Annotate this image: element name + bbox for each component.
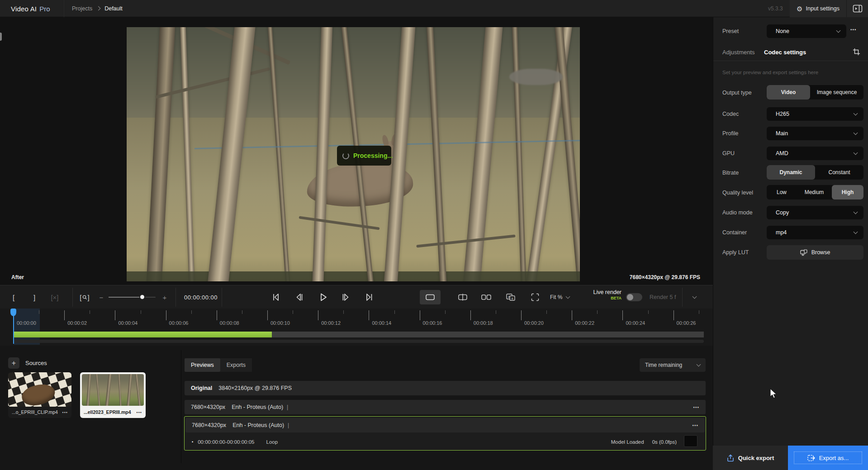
preview-mini-frame[interactable] xyxy=(684,435,697,447)
timeline-tick-label: 00:00:22 xyxy=(575,320,594,326)
playhead[interactable] xyxy=(10,309,16,316)
timeline[interactable]: 00:00:0000:00:0200:00:0400:00:0600:00:08… xyxy=(0,309,713,346)
skip-to-end-button[interactable] xyxy=(364,292,375,303)
bitrate-dynamic[interactable]: Dynamic xyxy=(767,165,815,180)
input-settings-button[interactable]: ⚙ Input settings xyxy=(790,0,846,17)
fullscreen-button[interactable] xyxy=(525,290,545,304)
container-dropdown[interactable]: mp4 xyxy=(767,226,863,239)
chevron-down-icon xyxy=(854,209,858,214)
timeline-scrollbar[interactable] xyxy=(14,340,704,343)
container-label: Container xyxy=(722,229,747,236)
crop-icon[interactable] xyxy=(853,48,860,56)
quality-medium[interactable]: Medium xyxy=(797,185,832,199)
trim-out-button[interactable]: ] xyxy=(28,285,41,309)
zoom-selection-button[interactable]: [ ] xyxy=(76,285,93,309)
timeline-tick xyxy=(217,310,217,320)
more-icon[interactable]: ••• xyxy=(692,423,698,428)
breadcrumb-chevron-icon xyxy=(96,6,101,10)
render-speed: 0s (0.0fps) xyxy=(652,439,677,445)
toggle-sidebar-button[interactable] xyxy=(846,0,868,17)
model-status: Model Loaded xyxy=(611,439,644,445)
beta-badge: BETA xyxy=(586,296,621,300)
play-button[interactable] xyxy=(318,292,328,303)
timeline-minor-tick xyxy=(39,310,39,314)
tab-previews[interactable]: Previews xyxy=(185,358,220,372)
quality-high[interactable]: High xyxy=(832,185,863,199)
clear-trim-button[interactable]: [×] xyxy=(47,285,62,309)
add-source-button[interactable]: + xyxy=(8,357,19,369)
codec-dropdown[interactable]: H265 xyxy=(767,107,863,121)
timeline-tick xyxy=(470,310,471,320)
skip-to-start-button[interactable] xyxy=(270,292,281,303)
timeline-tick xyxy=(64,310,65,320)
view-side-by-side-button[interactable] xyxy=(476,290,497,304)
tab-codec-settings[interactable]: Codec settings xyxy=(764,49,806,56)
controls-overflow-button[interactable] xyxy=(688,285,701,309)
breadcrumb-projects[interactable]: Projects xyxy=(72,5,92,12)
top-bar: Video AI Pro Projects Default v5.3.3 ⚙ I… xyxy=(0,0,868,17)
gpu-dropdown[interactable]: AMD xyxy=(767,147,863,160)
source-thumbnail-2-selected[interactable]: ...ell2023_EPRIII.mp4 ••• xyxy=(80,372,146,418)
trim-in-button[interactable]: [ xyxy=(7,285,20,309)
fullscreen-icon xyxy=(531,293,539,301)
video-preview[interactable]: Processing... xyxy=(127,27,580,281)
tab-adjustments[interactable]: Adjustments xyxy=(722,49,755,56)
tab-exports[interactable]: Exports xyxy=(220,358,252,372)
zoom-out-button[interactable]: − xyxy=(96,285,107,309)
quality-segmented: Low Medium High xyxy=(767,185,863,199)
row-resolution: 7680×4320px xyxy=(191,404,225,410)
fit-zoom-dropdown[interactable]: Fit % xyxy=(550,285,569,309)
preset-dropdown[interactable]: None xyxy=(767,24,846,38)
left-panel-handle[interactable] xyxy=(0,33,2,41)
audio-mode-label: Audio mode xyxy=(722,209,753,216)
bullet-icon: • xyxy=(192,440,193,444)
timeline-selection[interactable] xyxy=(14,309,40,345)
bitrate-constant[interactable]: Constant xyxy=(815,165,863,180)
view-ab-compare-button[interactable]: Aa xyxy=(500,290,521,304)
export-as-button[interactable]: Export as... xyxy=(788,446,868,470)
source-thumbnail-2-image xyxy=(82,374,144,406)
browse-lut-button[interactable]: Browse xyxy=(767,245,863,260)
view-single-button[interactable] xyxy=(420,290,441,304)
original-info: 3840×2160px @ 29.876 FPS xyxy=(218,385,292,391)
preview-row-2-active[interactable]: 7680×4320px Enh - Proteus (Auto) | ••• •… xyxy=(184,416,706,451)
profile-dropdown[interactable]: Main xyxy=(767,127,863,140)
zoom-in-button[interactable]: + xyxy=(159,285,170,309)
profile-label: Profile xyxy=(722,130,738,137)
timeline-tick xyxy=(318,310,318,320)
source-filename: ...ell2023_EPRIII.mp4 xyxy=(84,409,131,415)
next-frame-button[interactable] xyxy=(340,292,351,303)
previous-frame-button[interactable] xyxy=(294,292,305,303)
timeline-tick xyxy=(267,310,268,320)
chevron-down-icon xyxy=(854,111,858,115)
preview-row-original[interactable]: Original 3840×2160px @ 29.876 FPS xyxy=(185,381,706,395)
more-icon[interactable]: ••• xyxy=(693,405,699,410)
timeline-tick-label: 00:00:06 xyxy=(169,320,189,326)
zoom-slider-knob[interactable] xyxy=(139,294,145,300)
quality-low[interactable]: Low xyxy=(767,185,797,199)
timeline-tick-label: 00:00:26 xyxy=(677,320,696,326)
preview-row-2[interactable]: 7680×4320px Enh - Proteus (Auto) | ••• xyxy=(185,418,705,432)
view-split-button[interactable] xyxy=(452,290,473,304)
output-type-image-sequence[interactable]: Image sequence xyxy=(810,85,863,100)
single-view-icon xyxy=(425,294,435,301)
preview-row-1[interactable]: 7680×4320px Enh - Proteus (Auto) | ••• xyxy=(185,400,706,414)
svg-text:A: A xyxy=(508,295,510,299)
sort-dropdown[interactable]: Time remaining xyxy=(640,358,706,372)
preset-more-icon[interactable]: ••• xyxy=(850,27,857,32)
more-icon[interactable]: ••• xyxy=(137,410,142,415)
timeline-minor-tick xyxy=(394,310,395,314)
timeline-tick xyxy=(674,310,674,320)
timeline-tick xyxy=(521,310,522,320)
timeline-tick-label: 00:00:04 xyxy=(118,320,138,326)
bottom-section: + Sources ...o_EPRIII_CLIP.mp4 ••• ...el… xyxy=(0,346,713,470)
more-icon[interactable]: ••• xyxy=(62,410,68,415)
timeline-tick-label: 00:00:20 xyxy=(524,320,544,326)
preview-status-row: • 00:00:00:00-00:00:00:05 Loop Model Loa… xyxy=(192,437,700,447)
live-render-toggle[interactable] xyxy=(626,293,642,301)
audio-mode-dropdown[interactable]: Copy xyxy=(767,206,863,219)
quick-export-button[interactable]: Quick export xyxy=(713,446,788,470)
zoom-slider[interactable] xyxy=(109,297,156,298)
source-thumbnail-1[interactable]: ...o_EPRIII_CLIP.mp4 ••• xyxy=(8,372,71,418)
output-type-video[interactable]: Video xyxy=(767,85,810,100)
